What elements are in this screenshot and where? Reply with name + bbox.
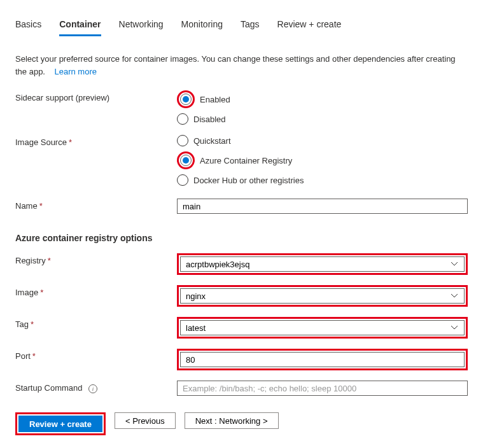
registry-select[interactable] <box>180 256 465 272</box>
docker-label: Docker Hub or other registries <box>193 176 304 185</box>
name-input[interactable] <box>177 199 468 214</box>
tag-select[interactable] <box>180 320 465 335</box>
description-text: Select your preferred source for contain… <box>15 53 468 78</box>
image-source-quickstart-radio[interactable]: Quickstart <box>177 135 468 146</box>
quickstart-label: Quickstart <box>193 136 231 146</box>
tab-container[interactable]: Container <box>59 19 101 36</box>
sidecar-disabled-radio[interactable]: Disabled <box>177 113 468 125</box>
tab-tags[interactable]: Tags <box>241 19 260 36</box>
footer-bar: Review + create < Previous Next : Networ… <box>0 402 483 406</box>
sidecar-enabled-radio[interactable]: Enabled <box>177 90 468 108</box>
tag-label: Tag <box>15 319 29 329</box>
image-source-acr-radio[interactable]: Azure Container Registry <box>177 151 468 169</box>
acr-label: Azure Container Registry <box>200 156 292 165</box>
tab-monitoring[interactable]: Monitoring <box>181 19 223 36</box>
sidecar-enabled-label: Enabled <box>200 95 230 104</box>
tab-bar: Basics Container Networking Monitoring T… <box>15 0 468 41</box>
acr-options-heading: Azure container registry options <box>15 233 468 243</box>
name-label: Name <box>15 201 38 211</box>
tab-networking[interactable]: Networking <box>119 19 164 36</box>
tab-basics[interactable]: Basics <box>15 19 41 36</box>
sidecar-disabled-label: Disabled <box>193 115 226 124</box>
image-source-label: Image Source <box>15 137 67 147</box>
image-source-docker-radio[interactable]: Docker Hub or other registries <box>177 174 468 186</box>
image-select[interactable] <box>180 288 465 304</box>
image-label: Image <box>15 288 38 297</box>
learn-more-link[interactable]: Learn more <box>54 67 96 76</box>
port-label: Port <box>15 351 31 361</box>
registry-label: Registry <box>15 256 46 265</box>
sidecar-label: Sidecar support (preview) <box>15 93 109 102</box>
tab-review[interactable]: Review + create <box>277 19 342 36</box>
info-icon[interactable]: i <box>88 384 97 393</box>
startup-label: Startup Command <box>15 383 83 393</box>
startup-input[interactable] <box>177 381 468 396</box>
port-input[interactable] <box>180 352 465 367</box>
